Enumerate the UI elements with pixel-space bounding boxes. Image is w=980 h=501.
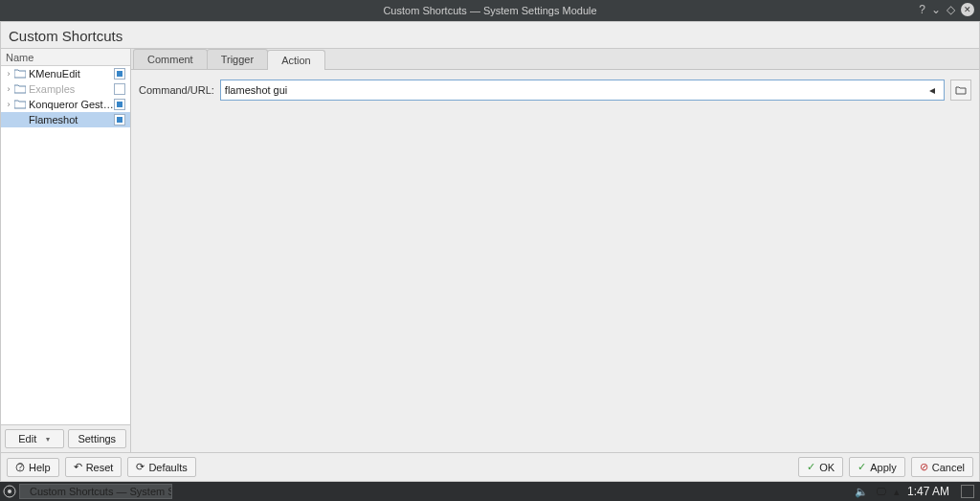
enable-checkbox[interactable] (114, 99, 125, 110)
tree-item-label: KMenuEdit (27, 68, 114, 80)
edit-button[interactable]: Edit ▾ (5, 429, 64, 448)
tab-action[interactable]: Action (267, 50, 325, 70)
ok-button-label: OK (819, 462, 835, 473)
enable-checkbox[interactable] (114, 68, 125, 80)
taskbar: Custom Shortcuts — System Setti... 🔈 🖵 ▴… (0, 482, 980, 501)
window-title: Custom Shortcuts — System Settings Modul… (383, 5, 596, 16)
command-input-wrap[interactable]: ◂ (220, 80, 945, 101)
cancel-button[interactable]: ⊘ Cancel (911, 457, 973, 477)
clear-icon[interactable]: ◂ (924, 83, 940, 97)
help-icon[interactable]: ? (919, 4, 925, 15)
tree-item-label: Flameshot (27, 114, 114, 125)
help-button[interactable]: ? Help (7, 458, 59, 477)
window-body: Custom Shortcuts Name ›KMenuEdit›Example… (0, 21, 980, 482)
start-button[interactable] (0, 482, 19, 501)
minimize-icon[interactable]: ⌄ (931, 4, 941, 15)
defaults-button-label: Defaults (148, 462, 187, 473)
sidebar: Name ›KMenuEdit›Examples›Konqueror Gestu… (1, 48, 131, 452)
enable-checkbox[interactable] (114, 83, 125, 95)
tree-header[interactable]: Name (1, 49, 130, 66)
window-titlebar: Custom Shortcuts — System Settings Modul… (0, 0, 980, 21)
folder-icon (13, 84, 27, 94)
edit-button-label: Edit (18, 433, 36, 444)
expand-icon[interactable]: › (4, 84, 13, 94)
help-icon: ? (15, 463, 25, 472)
command-row: Command/URL: ◂ (139, 80, 971, 101)
tree-item-label: Konqueror Gestures (27, 99, 114, 110)
undo-icon: ↶ (74, 461, 82, 473)
shortcut-tree[interactable]: ›KMenuEdit›Examples›Konqueror GesturesFl… (1, 66, 130, 424)
refresh-icon: ⟳ (136, 461, 145, 473)
command-input[interactable] (225, 84, 924, 96)
tree-row-examples[interactable]: ›Examples (1, 81, 130, 97)
apply-button[interactable]: ✓ Apply (849, 457, 905, 477)
main-body: Name ›KMenuEdit›Examples›Konqueror Gestu… (1, 48, 979, 452)
cancel-button-label: Cancel (932, 462, 965, 473)
expand-icon[interactable]: › (4, 69, 13, 79)
content-area: CommentTriggerAction Command/URL: ◂ (131, 48, 979, 452)
check-icon: ✓ (858, 461, 866, 473)
enable-checkbox[interactable] (114, 114, 125, 125)
action-pane: Command/URL: ◂ (131, 70, 979, 452)
tab-comment[interactable]: Comment (133, 49, 208, 69)
folder-open-icon (955, 84, 967, 96)
settings-button-label: Settings (78, 433, 116, 444)
volume-icon[interactable]: 🔈 (855, 486, 868, 498)
tree-row-konqueror-gestures[interactable]: ›Konqueror Gestures (1, 97, 130, 112)
ok-button[interactable]: ✓ OK (798, 457, 843, 477)
taskbar-task[interactable]: Custom Shortcuts — System Setti... (19, 484, 172, 499)
svg-point-3 (8, 490, 11, 493)
svg-text:?: ? (17, 463, 23, 472)
sidebar-buttons: Edit ▾ Settings (1, 424, 130, 452)
settings-button[interactable]: Settings (68, 429, 127, 448)
apply-button-label: Apply (870, 462, 897, 473)
start-menu-icon (3, 485, 16, 498)
tray-chevron-icon[interactable]: ▴ (894, 486, 900, 498)
tree-item-label: Examples (27, 83, 114, 95)
browse-button[interactable] (950, 80, 971, 101)
page-title: Custom Shortcuts (1, 22, 979, 48)
taskbar-task-label: Custom Shortcuts — System Setti... (30, 486, 172, 497)
maximize-icon[interactable]: ◇ (947, 4, 955, 15)
help-button-label: Help (29, 462, 51, 473)
tree-row-kmenuedit[interactable]: ›KMenuEdit (1, 66, 130, 81)
clock[interactable]: 1:47 AM (907, 485, 949, 498)
defaults-button[interactable]: ⟳ Defaults (127, 457, 195, 477)
reset-button-label: Reset (86, 462, 114, 473)
tab-bar: CommentTriggerAction (131, 49, 979, 70)
cancel-icon: ⊘ (920, 461, 928, 473)
show-desktop-button[interactable] (961, 485, 974, 498)
reset-button[interactable]: ↶ Reset (65, 457, 122, 477)
tab-trigger[interactable]: Trigger (207, 49, 268, 69)
window-controls: ? ⌄ ◇ ✕ (919, 3, 974, 16)
dialog-footer: ? Help ↶ Reset ⟳ Defaults ✓ OK ✓ Apply ⊘… (1, 452, 979, 481)
command-label: Command/URL: (139, 84, 214, 96)
check-icon: ✓ (807, 461, 815, 473)
chevron-down-icon: ▾ (46, 435, 50, 444)
expand-icon[interactable]: › (4, 100, 13, 109)
system-tray: 🔈 🖵 ▴ 1:47 AM (849, 485, 980, 498)
folder-icon (13, 69, 27, 79)
folder-icon (13, 100, 27, 109)
tree-row-flameshot[interactable]: Flameshot (1, 112, 130, 127)
network-icon[interactable]: 🖵 (876, 486, 886, 497)
close-icon[interactable]: ✕ (961, 3, 974, 16)
